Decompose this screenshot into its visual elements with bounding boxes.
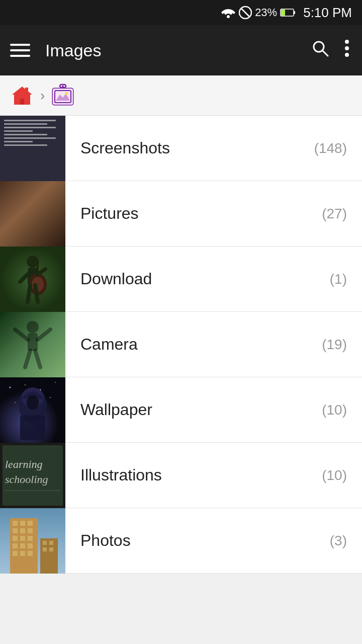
svg-point-42 <box>50 397 51 398</box>
svg-text:schooling: schooling <box>5 473 48 486</box>
bottom-area <box>0 574 362 644</box>
status-time: 5:10 PM <box>303 5 352 21</box>
svg-rect-5 <box>281 10 285 16</box>
item-content: Photos (3) <box>65 531 362 550</box>
svg-rect-69 <box>28 551 33 556</box>
svg-rect-71 <box>43 541 47 545</box>
status-icons: 23% 5:10 PM <box>221 5 352 21</box>
item-count: (1) <box>330 271 347 287</box>
svg-point-9 <box>345 46 349 50</box>
svg-rect-72 <box>49 541 53 545</box>
item-thumbnail <box>0 247 65 312</box>
svg-rect-61 <box>13 536 18 541</box>
svg-line-7 <box>322 50 328 56</box>
no-sim-icon <box>239 6 252 19</box>
svg-rect-56 <box>20 521 25 526</box>
svg-rect-66 <box>28 543 33 548</box>
item-content: Camera (19) <box>65 335 362 354</box>
menu-button[interactable] <box>10 38 35 63</box>
item-content: Illustrations (10) <box>65 466 362 485</box>
item-count: (27) <box>322 206 347 222</box>
svg-rect-74 <box>49 547 53 551</box>
item-thumbnail <box>0 116 65 181</box>
svg-point-43 <box>15 402 16 403</box>
svg-rect-32 <box>28 333 38 351</box>
list-item[interactable]: Pictures (27) <box>0 181 362 247</box>
svg-rect-13 <box>25 88 28 93</box>
list-item[interactable]: learning schooling Illustrations (10) <box>0 443 362 508</box>
svg-rect-62 <box>20 536 25 541</box>
svg-line-2 <box>241 8 250 17</box>
item-name: Illustrations <box>80 466 162 485</box>
breadcrumb: › <box>0 75 362 116</box>
item-count: (3) <box>330 533 347 549</box>
wifi-icon <box>221 7 236 18</box>
item-count: (10) <box>322 467 347 484</box>
item-count: (10) <box>322 402 347 418</box>
svg-rect-4 <box>294 11 295 14</box>
svg-point-0 <box>227 15 230 18</box>
svg-rect-73 <box>43 547 47 551</box>
home-icon <box>10 84 34 108</box>
svg-line-29 <box>35 285 38 302</box>
svg-point-39 <box>25 384 26 385</box>
item-name: Screenshots <box>80 139 170 157</box>
svg-point-31 <box>27 321 39 333</box>
svg-line-28 <box>28 285 30 302</box>
search-button[interactable] <box>309 37 332 64</box>
svg-text:learning: learning <box>5 458 43 470</box>
svg-point-38 <box>10 386 11 388</box>
status-bar: 23% 5:10 PM <box>0 0 362 25</box>
svg-rect-65 <box>20 543 25 548</box>
item-thumbnail: learning schooling <box>0 443 65 508</box>
item-thumbnail <box>0 377 65 443</box>
breadcrumb-separator: › <box>40 88 45 104</box>
svg-rect-55 <box>13 521 18 526</box>
svg-rect-67 <box>13 551 18 556</box>
battery-percentage: 23% <box>255 6 277 19</box>
item-name: Download <box>80 270 152 288</box>
svg-rect-59 <box>20 528 25 533</box>
item-name: Photos <box>80 531 131 550</box>
svg-rect-47 <box>20 415 45 440</box>
item-thumbnail <box>0 508 65 574</box>
svg-rect-60 <box>28 528 33 533</box>
current-folder <box>51 84 75 108</box>
svg-rect-63 <box>28 536 33 541</box>
page-title: Images <box>45 41 299 60</box>
svg-point-8 <box>345 40 349 44</box>
item-name: Pictures <box>80 204 139 223</box>
list-item[interactable]: Download (1) <box>0 247 362 312</box>
folder-list: Screenshots (148) Pictures (27) <box>0 116 362 574</box>
svg-point-19 <box>65 92 68 95</box>
svg-point-10 <box>345 53 349 57</box>
item-content: Wallpaper (10) <box>65 400 362 419</box>
svg-point-46 <box>27 395 39 410</box>
svg-point-21 <box>27 256 39 268</box>
toolbar: Images <box>0 25 362 75</box>
item-count: (148) <box>314 140 347 156</box>
svg-rect-64 <box>13 543 18 548</box>
battery-icon <box>280 8 296 18</box>
item-name: Wallpaper <box>80 400 152 419</box>
svg-rect-68 <box>20 551 25 556</box>
item-content: Download (1) <box>65 270 362 288</box>
home-breadcrumb[interactable] <box>10 84 34 108</box>
list-item[interactable]: Photos (3) <box>0 508 362 574</box>
svg-rect-12 <box>20 99 24 105</box>
item-name: Camera <box>80 335 138 354</box>
list-item[interactable]: Wallpaper (10) <box>0 377 362 443</box>
item-count: (19) <box>322 337 347 353</box>
svg-point-41 <box>55 382 56 383</box>
item-thumbnail <box>0 181 65 247</box>
images-folder-icon <box>51 84 75 108</box>
more-options-button[interactable] <box>342 37 352 64</box>
list-item[interactable]: Camera (19) <box>0 312 362 377</box>
item-content: Screenshots (148) <box>65 139 362 157</box>
toolbar-actions <box>309 37 352 64</box>
list-item[interactable]: Screenshots (148) <box>0 116 362 181</box>
item-content: Pictures (27) <box>65 204 362 223</box>
svg-rect-57 <box>28 521 33 526</box>
item-thumbnail <box>0 312 65 377</box>
svg-rect-58 <box>13 528 18 533</box>
